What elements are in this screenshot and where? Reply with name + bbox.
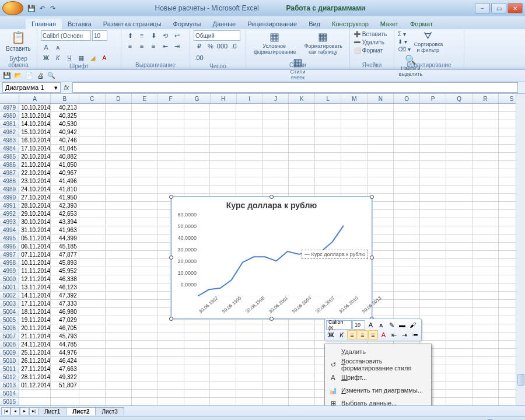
cell[interactable]: [132, 332, 158, 341]
new-icon[interactable]: 📄: [24, 71, 34, 80]
cell[interactable]: [473, 390, 499, 398]
cell[interactable]: [446, 365, 473, 373]
cell[interactable]: [184, 186, 211, 194]
cell[interactable]: [184, 382, 211, 390]
cell[interactable]: [79, 210, 106, 218]
cell[interactable]: [446, 153, 473, 161]
cell[interactable]: [106, 357, 132, 365]
cell[interactable]: [289, 169, 315, 177]
cell[interactable]: [446, 136, 473, 145]
cell[interactable]: 10.11.2014: [19, 259, 51, 267]
ribbon-tab-0[interactable]: Главная: [26, 19, 62, 29]
cell[interactable]: [79, 136, 106, 145]
cell[interactable]: [210, 161, 236, 169]
cell[interactable]: [394, 267, 420, 275]
save-icon[interactable]: 💾: [2, 71, 12, 80]
sort-filter-button[interactable]: ᗊСортировка и фильтр: [414, 31, 442, 53]
row-header[interactable]: 4979: [0, 104, 19, 112]
font-size-select[interactable]: 10: [92, 30, 107, 41]
row-header[interactable]: 4986: [0, 161, 19, 169]
cell[interactable]: [106, 267, 132, 275]
cell[interactable]: [368, 104, 394, 112]
align-right-icon[interactable]: ≡: [368, 330, 378, 340]
cell[interactable]: [446, 194, 473, 202]
cell[interactable]: [446, 161, 473, 169]
cell[interactable]: [184, 128, 211, 136]
cell[interactable]: 11.11.2014: [19, 267, 51, 275]
cell[interactable]: [420, 235, 446, 243]
cell[interactable]: [132, 243, 158, 251]
cell[interactable]: [368, 186, 394, 194]
cell[interactable]: [79, 382, 106, 390]
preview-icon[interactable]: 🔍: [47, 71, 56, 80]
cell[interactable]: [289, 177, 315, 186]
cell[interactable]: [446, 324, 473, 332]
cell[interactable]: [184, 373, 211, 382]
sheet-nav-first-icon[interactable]: |◂: [1, 407, 10, 415]
cell[interactable]: [341, 120, 368, 128]
cell[interactable]: 46,123: [51, 284, 79, 292]
cell[interactable]: 07.11.2014: [19, 251, 51, 259]
col-header[interactable]: G: [184, 94, 211, 103]
cell[interactable]: 40,213: [51, 104, 79, 112]
cell[interactable]: [262, 161, 289, 169]
cell[interactable]: [106, 235, 132, 243]
cell[interactable]: [446, 349, 473, 357]
row-header[interactable]: 5009: [0, 349, 19, 357]
cell[interactable]: [184, 324, 211, 332]
cell[interactable]: 40,746: [51, 136, 79, 145]
cell[interactable]: [158, 373, 184, 382]
cell[interactable]: [446, 235, 473, 243]
cell[interactable]: [473, 332, 499, 341]
cell[interactable]: [184, 104, 211, 112]
cell[interactable]: [132, 251, 158, 259]
cell[interactable]: [210, 169, 236, 177]
cell[interactable]: [446, 120, 473, 128]
inc-dec-icon[interactable]: .0: [229, 41, 239, 51]
cell[interactable]: [184, 136, 211, 145]
cell[interactable]: [473, 169, 499, 177]
cell[interactable]: [394, 300, 420, 308]
cell[interactable]: [79, 332, 106, 341]
cell[interactable]: [132, 210, 158, 218]
row-header[interactable]: 5004: [0, 308, 19, 316]
shrink-font-icon[interactable]: ᴀ: [52, 42, 63, 52]
cell[interactable]: [132, 275, 158, 284]
cell[interactable]: [368, 128, 394, 136]
cell[interactable]: 45,952: [51, 267, 79, 275]
cell[interactable]: [158, 382, 184, 390]
cell[interactable]: [315, 120, 341, 128]
cell[interactable]: [341, 169, 368, 177]
cell[interactable]: [210, 120, 236, 128]
paste-label[interactable]: Вставить: [6, 46, 30, 52]
cell[interactable]: 41,963: [51, 226, 79, 235]
col-header[interactable]: K: [289, 94, 315, 103]
cell[interactable]: 10.10.2014: [19, 104, 51, 112]
row-header[interactable]: 5003: [0, 300, 19, 308]
cell[interactable]: [79, 365, 106, 373]
row-header[interactable]: 4984: [0, 145, 19, 153]
cell[interactable]: [420, 251, 446, 259]
cell[interactable]: [79, 341, 106, 349]
cell[interactable]: [79, 349, 106, 357]
cell[interactable]: [106, 275, 132, 284]
cell[interactable]: [394, 128, 420, 136]
cell[interactable]: [158, 365, 184, 373]
cell[interactable]: [394, 308, 420, 316]
cell[interactable]: [446, 267, 473, 275]
orientation-icon[interactable]: ⟲: [160, 30, 170, 41]
cell[interactable]: [262, 357, 289, 365]
align-left-icon[interactable]: ≡: [125, 41, 135, 51]
cell[interactable]: [420, 259, 446, 267]
cell[interactable]: [106, 210, 132, 218]
indent-inc-icon[interactable]: ⇥: [400, 330, 410, 340]
sheet-nav-next-icon[interactable]: ▸: [20, 407, 29, 415]
cell[interactable]: [79, 169, 106, 177]
cell[interactable]: [473, 357, 499, 365]
cell[interactable]: [315, 145, 341, 153]
cell[interactable]: [106, 251, 132, 259]
cell[interactable]: [473, 300, 499, 308]
cell[interactable]: [473, 365, 499, 373]
cell[interactable]: 46,705: [51, 324, 79, 332]
cell[interactable]: [236, 120, 262, 128]
